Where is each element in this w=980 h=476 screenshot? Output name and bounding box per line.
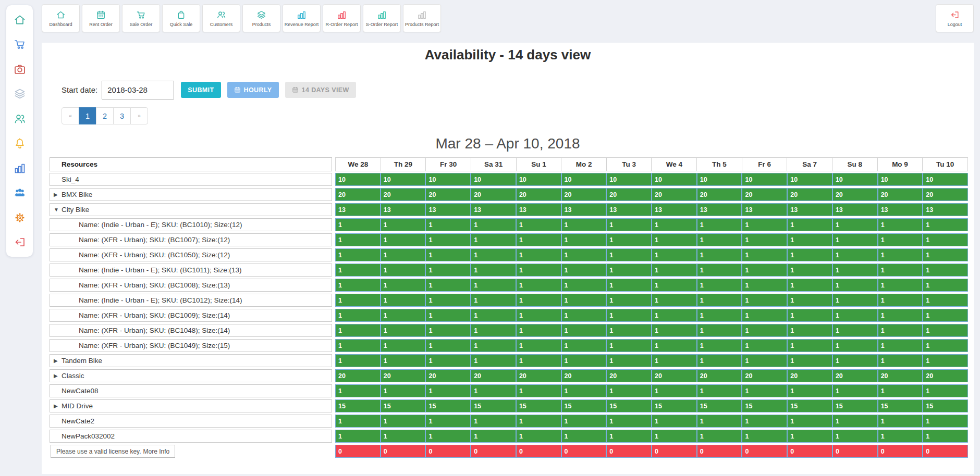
availability-cell: 20 (832, 188, 878, 201)
toolbar-button-s-order-report[interactable]: S-Order Report (363, 4, 401, 32)
availability-cell: 20 (425, 188, 471, 201)
expand-arrow-icon[interactable]: ▶ (54, 373, 62, 379)
availability-cell: 1 (335, 309, 381, 322)
sidebar-item-home[interactable] (13, 13, 27, 27)
availability-cell: 1 (652, 354, 697, 367)
availability-cell: 1 (335, 384, 381, 397)
sidebar (6, 5, 33, 257)
availability-cell: 1 (923, 264, 968, 277)
availability-cell: 1 (742, 309, 787, 322)
toolbar-button-customers[interactable]: Customers (202, 4, 240, 32)
start-date-input[interactable] (102, 81, 174, 99)
availability-cell: 1 (878, 309, 923, 322)
availability-cell: 0 (923, 445, 968, 458)
availability-cell: 10 (425, 173, 471, 186)
availability-cell: 1 (697, 309, 742, 322)
day-column-header-we-4: We 4 (651, 157, 697, 171)
resource-label: Name: (Indie - Urban - E); SKU: (BC1010)… (79, 221, 242, 229)
toolbar-button-revenue-report[interactable]: Revenue Report (283, 4, 321, 32)
availability-cell: 1 (335, 415, 381, 428)
submit-button[interactable]: SUBMIT (181, 82, 220, 98)
day-column-header-fr-30: Fr 30 (425, 157, 471, 171)
toolbar-button-logout[interactable]: Logout (936, 4, 974, 32)
availability-cell: 1 (381, 248, 426, 261)
table-row: Name: (Indie - Urban - E); SKU: (BC1011)… (50, 264, 968, 277)
availability-cell: 1 (923, 339, 968, 352)
resource-cell-bmx-bike[interactable]: ▶ BMX Bike (50, 188, 332, 201)
availability-cell: 0 (516, 445, 561, 458)
pagination-page-3[interactable]: 3 (113, 107, 131, 124)
availability-cell: 1 (923, 354, 968, 367)
cart-icon (14, 38, 26, 51)
pagination-prev[interactable]: « (62, 107, 79, 124)
availability-cell: 1 (381, 264, 426, 277)
bag-icon (176, 10, 186, 20)
sidebar-item-users[interactable] (13, 112, 27, 126)
day-column-header-th-29: Th 29 (381, 157, 426, 171)
availability-cell: 20 (697, 369, 742, 382)
camera-icon (14, 63, 26, 76)
resource-cell-classic[interactable]: ▶ Classic (50, 369, 332, 382)
calendar-icon (234, 86, 241, 93)
resource-cell-mid-drive[interactable]: ▶ MID Drive (50, 399, 332, 412)
availability-cell: 0 (561, 445, 607, 458)
availability-cell: 1 (742, 248, 787, 261)
users-icon (14, 112, 26, 125)
availability-cell: 1 (335, 218, 381, 231)
users-icon (216, 10, 226, 20)
expand-arrow-icon[interactable]: ▶ (54, 192, 62, 197)
availability-cell: 10 (516, 173, 561, 186)
availability-cell: 1 (697, 248, 742, 261)
availability-cell: 10 (561, 173, 607, 186)
chart-icon (377, 10, 387, 20)
hourly-button[interactable]: HOURLY (227, 82, 279, 98)
collapse-arrow-icon[interactable]: ▼ (54, 207, 62, 212)
availability-cell: 13 (697, 203, 742, 216)
table-row: Please use a valid license key. More Inf… (50, 445, 968, 458)
toolbar-button-products-report[interactable]: Products Report (403, 4, 441, 32)
sidebar-item-group[interactable] (13, 186, 27, 199)
sidebar-item-layers[interactable] (13, 87, 27, 101)
availability-cell: 13 (652, 203, 697, 216)
toolbar-button-rent-order[interactable]: Rent Order (82, 4, 120, 32)
availability-cell: 20 (425, 369, 471, 382)
availability-cell: 15 (652, 399, 697, 412)
availability-cell: 1 (923, 279, 968, 292)
availability-cell: 1 (381, 339, 426, 352)
pagination-page-1[interactable]: 1 (79, 107, 96, 124)
availability-cell: 15 (381, 399, 426, 412)
toolbar-button-products[interactable]: Products (242, 4, 280, 32)
days-view-button-label: 14 DAYS VIEW (302, 86, 349, 94)
availability-cell: 1 (787, 279, 832, 292)
toolbar-button-dashboard[interactable]: Dashboard (42, 4, 80, 32)
resource-cell-tandem-bike[interactable]: ▶ Tandem Bike (50, 354, 332, 367)
users-fill-icon (14, 186, 26, 199)
availability-cell: 1 (561, 384, 607, 397)
sidebar-item-settings[interactable] (13, 211, 27, 224)
availability-cell: 15 (742, 399, 787, 412)
resource-cell-city-bike[interactable]: ▼ City Bike (50, 203, 332, 216)
bell-icon (14, 137, 26, 149)
toolbar-button-sale-order[interactable]: Sale Order (122, 4, 160, 32)
availability-cell: 1 (606, 354, 652, 367)
sidebar-item-logout[interactable] (13, 235, 27, 249)
availability-cell: 13 (516, 203, 561, 216)
days-view-button[interactable]: 14 DAYS VIEW (285, 82, 356, 98)
toolbar-button-label: Dashboard (49, 22, 72, 27)
sidebar-item-bell[interactable] (13, 136, 27, 150)
availability-cell: 1 (516, 354, 561, 367)
sidebar-item-camera[interactable] (13, 62, 27, 76)
expand-arrow-icon[interactable]: ▶ (54, 358, 62, 364)
pagination-next[interactable]: » (130, 107, 148, 124)
availability-cell: 1 (652, 324, 697, 337)
sidebar-item-chart[interactable] (13, 161, 27, 175)
hourly-button-label: HOURLY (244, 86, 272, 94)
availability-cell: 1 (832, 384, 878, 397)
sidebar-item-cart[interactable] (13, 37, 27, 51)
pagination-page-2[interactable]: 2 (96, 107, 114, 124)
toolbar-button-quick-sale[interactable]: Quick Sale (162, 4, 200, 32)
toolbar-button-r-order-report[interactable]: R-Order Report (323, 4, 361, 32)
chart-icon (337, 10, 347, 20)
expand-arrow-icon[interactable]: ▶ (54, 403, 62, 409)
license-more-info-link[interactable]: More Info (143, 448, 170, 455)
